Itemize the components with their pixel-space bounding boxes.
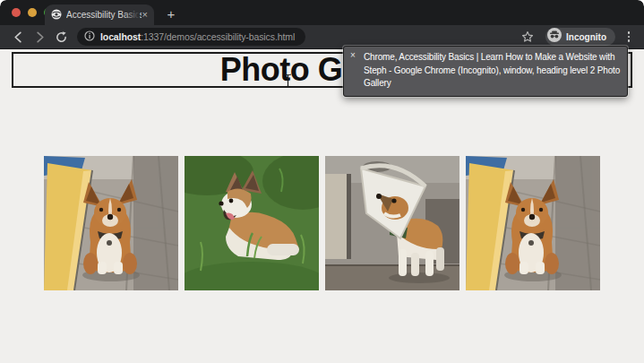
url-text: localhost:1337/demos/accessibility-basic… xyxy=(100,31,295,42)
minimize-window-button[interactable] xyxy=(28,8,37,17)
bookmark-star-button[interactable] xyxy=(517,26,538,48)
tab-close-icon[interactable]: × xyxy=(142,10,149,20)
url-host: localhost xyxy=(100,31,141,42)
site-info-icon[interactable] xyxy=(84,29,95,45)
gallery-photo-corgi-grass xyxy=(185,156,319,290)
gallery-photo-corgi-sitting-2 xyxy=(466,156,600,290)
photo-gallery xyxy=(0,156,644,290)
browser-window: Accessibility Basics | Learn Ho × + xyxy=(0,0,644,363)
back-button[interactable] xyxy=(7,26,29,48)
voiceover-text-line: Chrome, Accessibility Basics | Learn How… xyxy=(364,51,620,65)
gallery-photo-corgi-cone xyxy=(325,156,459,290)
voiceover-text-line: Steph - Google Chrome (Incognito), windo… xyxy=(364,65,620,78)
page-content: Photo Gallery xyxy=(0,52,644,363)
reload-button[interactable] xyxy=(50,26,72,48)
voiceover-text-line: Gallery xyxy=(364,77,620,91)
browser-tab[interactable]: Accessibility Basics | Learn Ho × xyxy=(45,4,154,25)
voiceover-close-icon[interactable]: × xyxy=(350,51,356,60)
voiceover-caption: × Chrome, Accessibility Basics | Learn H… xyxy=(343,46,628,97)
forward-button[interactable] xyxy=(29,26,50,48)
gallery-photo-corgi-sitting xyxy=(44,156,178,290)
close-window-button[interactable] xyxy=(12,8,21,17)
incognito-badge: Incognito xyxy=(545,28,615,46)
new-tab-button[interactable]: + xyxy=(162,5,180,23)
url-path: :1337/demos/accessibility-basics.html xyxy=(141,31,295,42)
text-cursor xyxy=(284,73,292,91)
titlebar: Accessibility Basics | Learn Ho × + xyxy=(0,0,644,25)
address-bar[interactable]: localhost:1337/demos/accessibility-basic… xyxy=(77,28,305,46)
tab-title: Accessibility Basics | Learn Ho xyxy=(66,10,142,20)
menu-kebab-icon[interactable] xyxy=(621,26,637,48)
incognito-icon xyxy=(547,28,562,46)
incognito-label: Incognito xyxy=(566,32,606,42)
tab-favicon-icon xyxy=(51,7,62,23)
